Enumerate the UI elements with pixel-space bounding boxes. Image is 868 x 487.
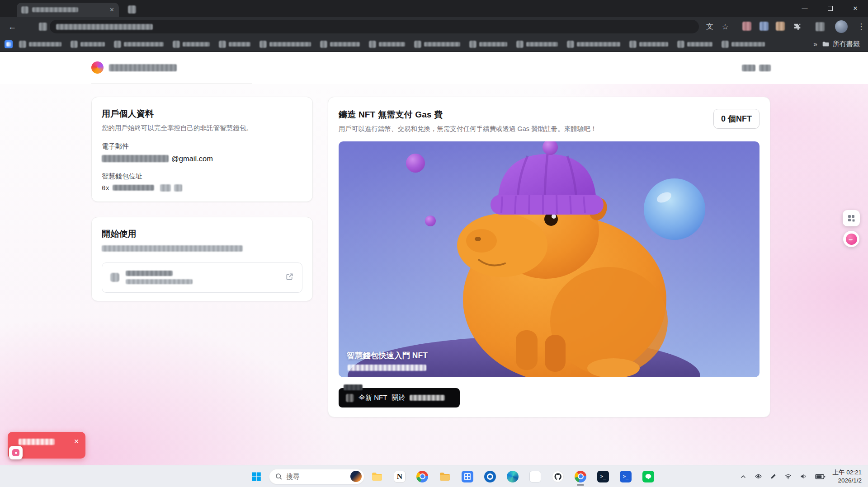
volume-icon[interactable] [799, 472, 808, 481]
folder-icon [822, 40, 830, 48]
search-input[interactable] [286, 473, 347, 480]
back-button[interactable]: ← [6, 21, 18, 33]
header-user-menu[interactable] [742, 65, 771, 71]
mint-button-suffix-redacted [410, 395, 445, 401]
github-icon[interactable] [548, 467, 568, 487]
bookmark-item[interactable] [259, 41, 311, 48]
toast-message-redacted [19, 439, 55, 445]
toast-app-chip[interactable] [9, 446, 23, 459]
terminal-icon[interactable]: >_ [593, 467, 613, 487]
battery-icon[interactable] [814, 473, 826, 481]
floating-translate-widget[interactable] [843, 231, 859, 247]
bookmark-item[interactable] [677, 41, 712, 48]
bookmark-item[interactable] [369, 41, 405, 48]
bookmark-item[interactable] [414, 41, 460, 48]
calculator-icon[interactable] [458, 467, 477, 487]
mint-button-label-2: 關於 [392, 393, 405, 402]
folder-glyph [371, 471, 383, 482]
browser-toolbar: ← 文 ☆ ⋮ [0, 17, 868, 37]
reload-button-redacted[interactable] [39, 23, 47, 31]
copy-address-button[interactable] [160, 184, 171, 192]
profile-card: 用戶個人資料 您的用戶始終可以完全掌控自己的非託管智慧錢包。 電子郵件 @gma… [91, 97, 313, 202]
site-brand-name-redacted [109, 64, 177, 71]
search-icon [275, 473, 283, 480]
webpage: 用戶個人資料 您的用戶始終可以完全掌控自己的非託管智慧錢包。 電子郵件 @gma… [0, 52, 868, 465]
bookmark-item[interactable] [219, 41, 250, 48]
bookmark-item[interactable] [173, 41, 210, 48]
taskbar: N >_ >_ [0, 465, 868, 487]
wallet-action-button[interactable] [174, 184, 182, 192]
browser-menu-icon[interactable]: ⋮ [855, 21, 867, 33]
extension-icon-4[interactable] [816, 22, 825, 31]
taskbar-search[interactable] [269, 469, 364, 484]
tray-eye-icon[interactable] [754, 472, 763, 481]
start-button[interactable] [246, 467, 266, 487]
chrome-active-icon[interactable] [571, 467, 590, 487]
bookmark-item[interactable] [19, 41, 61, 48]
extension-icon-3[interactable] [776, 22, 785, 31]
browser-tab[interactable]: ✕ [17, 3, 119, 17]
bookmark-item[interactable] [114, 41, 164, 48]
chrome-icon[interactable] [412, 467, 432, 487]
windows-logo-icon [251, 471, 262, 482]
wallet-address-redacted [113, 185, 154, 191]
bookmarks-overflow-icon[interactable]: » [813, 40, 817, 48]
getting-started-title: 開始使用 [102, 228, 302, 240]
mint-button-icon-redacted [346, 394, 354, 402]
mint-button-label-1: 全新 NFT [359, 393, 387, 402]
all-bookmarks-label: 所有書籤 [833, 40, 860, 48]
bookmarks-bar: » 所有書籤 [0, 37, 868, 52]
getting-started-card: 開始使用 [91, 217, 313, 301]
close-button[interactable]: ✕ [843, 0, 868, 17]
folder-icon[interactable] [435, 467, 455, 487]
site-brand[interactable] [91, 61, 177, 74]
network-icon[interactable] [783, 472, 793, 481]
bookmark-item[interactable] [71, 41, 105, 48]
mint-nft-button[interactable]: 全新 NFT 關於 [339, 388, 460, 407]
bookmark-star-icon[interactable]: ☆ [719, 21, 731, 33]
address-bar[interactable] [50, 20, 699, 33]
taskbar-clock[interactable]: 上午 02:21 2026/1/2 [832, 468, 862, 484]
translate-icon[interactable]: 文 [704, 21, 716, 33]
extension-icon-2[interactable] [760, 22, 769, 31]
outlook-icon[interactable] [480, 467, 500, 487]
profile-avatar[interactable] [835, 20, 848, 33]
bookmark-item[interactable] [722, 41, 765, 48]
wallet-label: 智慧錢包位址 [102, 172, 302, 181]
notion-icon[interactable]: N [390, 467, 410, 487]
pink-widget-icon [846, 234, 857, 245]
site-logo-icon [91, 61, 104, 74]
tab-close-icon[interactable]: ✕ [109, 7, 114, 13]
wallet-prefix: 0x [102, 184, 109, 192]
bookmark-item[interactable] [516, 41, 558, 48]
toast-close-icon[interactable]: ✕ [73, 437, 80, 445]
header-divider [91, 84, 252, 84]
extension-icon-1[interactable] [742, 22, 751, 31]
nft-image-subcaption-redacted [348, 365, 426, 371]
minimize-button[interactable]: — [792, 0, 817, 17]
clock-time: 上午 02:21 [832, 468, 862, 477]
hidden-icons-chevron[interactable] [739, 472, 748, 481]
file-explorer-icon[interactable] [367, 467, 387, 487]
maximize-button[interactable] [817, 0, 843, 17]
extensions-puzzle-icon[interactable] [791, 21, 803, 33]
pinned-favicon[interactable] [5, 40, 13, 48]
bookmark-item[interactable] [320, 41, 360, 48]
line-icon[interactable] [638, 467, 658, 487]
profile-card-subtitle: 您的用戶始終可以完全掌控自己的非託管智慧錢包。 [102, 123, 302, 133]
bookmark-item[interactable] [469, 41, 507, 48]
show-desktop-button[interactable] [866, 465, 868, 487]
getting-started-link[interactable] [102, 262, 302, 293]
powershell-icon[interactable]: >_ [616, 467, 636, 487]
getting-started-desc-redacted [102, 245, 243, 252]
secondary-tab[interactable] [128, 5, 136, 14]
floating-grid-widget[interactable] [843, 210, 860, 226]
tray-pen-icon[interactable] [769, 472, 778, 481]
edge-icon[interactable] [503, 467, 523, 487]
profile-card-title: 用戶個人資料 [102, 108, 302, 120]
bookmark-item[interactable] [567, 41, 620, 48]
bookmark-item[interactable] [629, 41, 668, 48]
notepad-icon[interactable] [525, 467, 545, 487]
search-daily-image[interactable] [350, 471, 362, 482]
all-bookmarks-button[interactable]: 所有書籤 [822, 40, 860, 48]
